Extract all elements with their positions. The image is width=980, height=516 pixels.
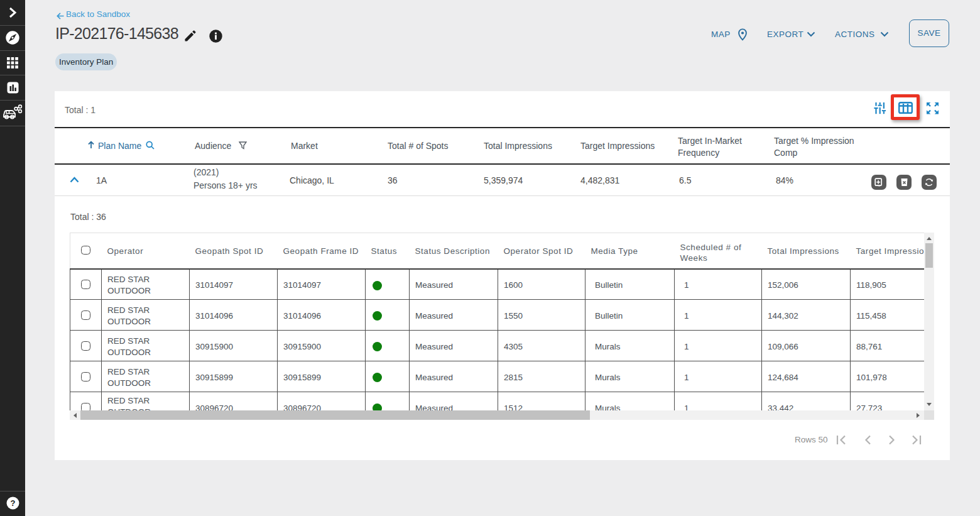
svg-text:?: ? [11, 498, 16, 508]
